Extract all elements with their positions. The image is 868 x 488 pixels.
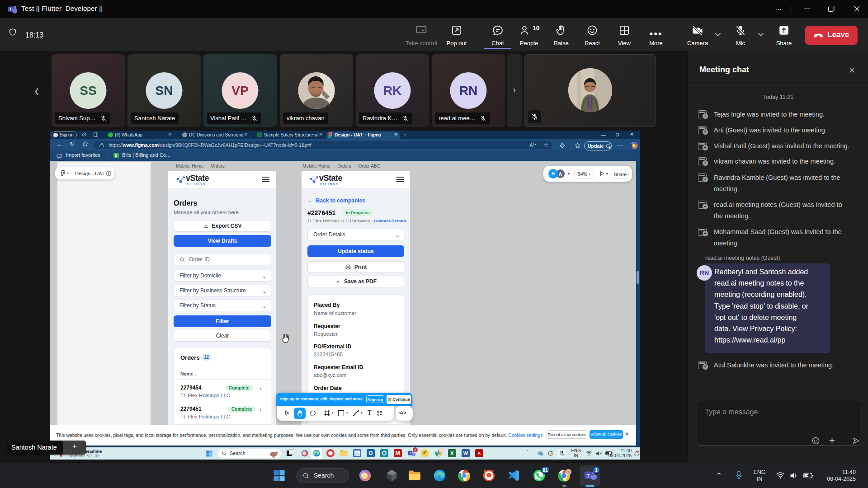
svg-text:T: T xyxy=(9,7,12,11)
svg-text:T: T xyxy=(409,451,411,455)
svg-text:T: T xyxy=(587,473,590,479)
